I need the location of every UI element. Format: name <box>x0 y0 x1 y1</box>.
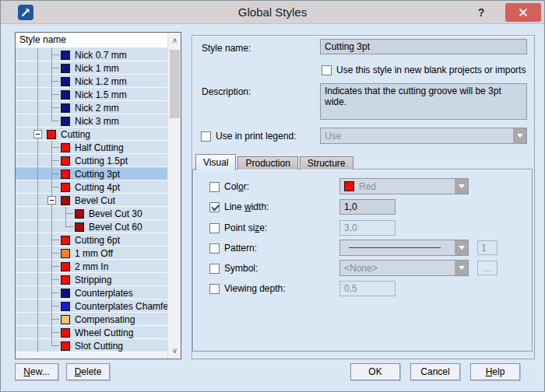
style-color-swatch <box>61 170 70 179</box>
tree-item-label: Stripping <box>75 275 111 285</box>
ok-button[interactable]: OK <box>350 363 400 380</box>
tree-connector <box>31 114 45 128</box>
tree-item-label: Wheel Cutting <box>75 327 133 338</box>
help-button[interactable]: Help <box>470 363 520 380</box>
tree-item[interactable]: Nick 1.2 mm <box>16 75 167 88</box>
tree-rows: Nick 0.7 mmNick 1 mmNick 1.2 mmNick 1.5 … <box>16 48 167 359</box>
use-style-checkbox[interactable] <box>322 65 332 75</box>
tree-connector <box>31 260 45 273</box>
style-color-swatch <box>61 302 70 311</box>
tree-item[interactable]: Stripping <box>16 273 167 286</box>
tree-item[interactable]: Cutting 6pt <box>16 233 167 247</box>
style-color-swatch <box>61 315 70 324</box>
chevron-down-icon[interactable] <box>455 240 468 255</box>
tree-item-label: Compensating <box>75 314 135 325</box>
tree-item-label: Nick 1 mm <box>75 63 119 74</box>
tree-connector <box>45 61 59 75</box>
style-color-swatch <box>61 289 70 298</box>
tree-item[interactable]: Nick 2 mm <box>16 101 167 114</box>
tree-connector <box>31 61 45 75</box>
tree-item[interactable]: Compensating <box>16 313 167 326</box>
style-name-field[interactable]: Cutting 3pt <box>320 39 527 54</box>
scroll-down-icon[interactable]: ∨ <box>168 345 181 357</box>
new-button[interactable]: New... <box>15 363 58 380</box>
tree-connector <box>31 273 45 286</box>
color-label: Color: <box>224 181 249 192</box>
tree-item[interactable]: 2 mm In <box>16 260 167 273</box>
tree-scrollbar[interactable]: ∧ ∨ <box>167 33 181 359</box>
tree-connector <box>31 286 45 299</box>
pattern-count-field[interactable]: 1 <box>477 240 498 255</box>
tab-structure[interactable]: Structure <box>300 156 353 170</box>
tree-item[interactable]: Wheel Cutting <box>16 326 167 339</box>
tree-item[interactable]: 1 mm Off <box>16 247 167 260</box>
tree-item-label: Bevel Cut 60 <box>89 222 142 233</box>
tree-collapse-icon[interactable] <box>31 128 45 141</box>
tree-connector <box>45 286 59 299</box>
use-style-row: Use this style in new blank projects or … <box>322 62 526 78</box>
tree-item[interactable]: Half Cutting <box>16 141 167 154</box>
tree-item[interactable]: Counterplates <box>16 286 167 299</box>
style-color-swatch <box>61 77 70 86</box>
chevron-down-icon[interactable] <box>455 261 468 275</box>
tree-item[interactable]: Nick 3 mm <box>16 114 167 128</box>
tree-connector <box>31 207 45 220</box>
pattern-dropdown[interactable] <box>339 240 469 256</box>
point-size-checkbox[interactable] <box>209 223 220 233</box>
description-field[interactable]: Indicates that the cutting groove will b… <box>320 83 527 120</box>
style-color-swatch <box>61 262 70 271</box>
style-color-swatch <box>61 328 70 338</box>
style-color-swatch <box>61 64 70 73</box>
scroll-thumb[interactable] <box>170 50 180 118</box>
print-legend-checkbox[interactable] <box>201 131 211 142</box>
tree-item-label: Slot Cutting <box>75 341 123 352</box>
scroll-up-icon[interactable]: ∧ <box>168 34 181 47</box>
tree-connector <box>45 326 59 339</box>
tree-item[interactable]: Bevel Cut <box>16 194 167 207</box>
cancel-button[interactable]: Cancel <box>410 363 460 380</box>
tree-item[interactable]: Counterplates Chamfer <box>16 299 167 313</box>
tree-item[interactable]: Cutting <box>16 128 167 141</box>
tree-connector <box>45 180 59 194</box>
tree-item-label: Half Cutting <box>75 142 124 153</box>
point-size-field[interactable]: 3,0 <box>339 220 396 236</box>
tree-connector <box>45 299 59 313</box>
tree-item[interactable]: Nick 1.5 mm <box>16 88 167 101</box>
tree-item[interactable]: Slot Cutting <box>16 339 167 352</box>
symbol-checkbox[interactable] <box>209 264 220 274</box>
color-dropdown[interactable]: Red <box>339 178 469 194</box>
close-icon[interactable] <box>505 3 541 22</box>
tab-production[interactable]: Production <box>237 156 297 170</box>
tree-collapse-icon[interactable] <box>45 194 59 207</box>
color-checkbox[interactable] <box>209 182 220 192</box>
symbol-dropdown[interactable]: <None> <box>339 260 469 276</box>
tree-item[interactable]: Bevel Cut 30 <box>16 207 167 220</box>
tree-connector <box>31 75 45 88</box>
print-legend-row: Use in print legend: <box>201 128 296 144</box>
tree-item[interactable]: Cutting 4pt <box>16 180 167 194</box>
pattern-checkbox[interactable] <box>209 243 220 254</box>
tree-item-label: Nick 3 mm <box>75 116 119 127</box>
line-width-field[interactable]: 1,0 <box>339 199 396 215</box>
tree-connector <box>45 154 59 167</box>
style-color-swatch <box>61 236 70 245</box>
tab-visual[interactable]: Visual <box>195 154 236 170</box>
tree-item[interactable]: Cutting 1.5pt <box>16 154 167 167</box>
line-width-checkbox[interactable] <box>209 202 220 212</box>
tree-item[interactable]: Bevel Cut 60 <box>16 220 167 233</box>
chevron-down-icon[interactable] <box>455 179 468 194</box>
tree-connector <box>31 194 45 207</box>
print-legend-dropdown[interactable]: Use <box>320 128 527 144</box>
delete-button[interactable]: Delete <box>66 363 110 380</box>
viewing-depth-field[interactable]: 0,5 <box>339 281 396 296</box>
tree-connector <box>31 48 45 61</box>
chevron-down-icon[interactable] <box>513 128 526 143</box>
help-icon[interactable]: ? <box>473 4 490 21</box>
point-size-row: Point size: <box>209 220 267 236</box>
tree-item[interactable]: Nick 1 mm <box>16 61 167 75</box>
symbol-browse-button[interactable]: ... <box>477 261 498 275</box>
viewing-depth-checkbox[interactable] <box>209 284 220 294</box>
tree-item[interactable]: Nick 0.7 mm <box>16 48 167 61</box>
tree-item[interactable]: Cutting 3pt <box>16 167 167 180</box>
tree-connector <box>45 220 59 233</box>
